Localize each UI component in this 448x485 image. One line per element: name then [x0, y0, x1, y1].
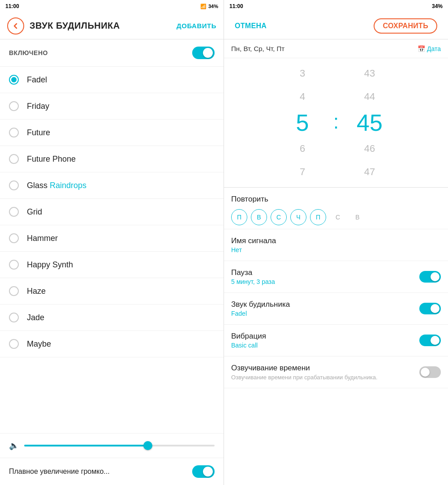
- volume-icon: 🔈: [9, 441, 19, 451]
- ringtone-name-hammer: Hammer: [27, 234, 58, 243]
- hour-4: 4: [276, 91, 329, 103]
- enabled-toggle[interactable]: [192, 47, 215, 59]
- volume-slider-track[interactable]: [24, 445, 215, 446]
- day-thu[interactable]: Ч: [290, 209, 306, 225]
- left-time: 11:00: [5, 3, 200, 9]
- ringtone-name-future-phone: Future Phone: [27, 155, 76, 164]
- left-status-icons: 📶 34%: [200, 4, 218, 9]
- ringtone-item-maybe[interactable]: Maybe: [0, 331, 224, 357]
- radio-glass-raindrops[interactable]: [9, 180, 19, 190]
- left-status-bar: 11:00 📶 34%: [0, 0, 224, 13]
- volume-slider-fill: [24, 445, 148, 446]
- right-status-bar: 11:00 34%: [224, 0, 448, 13]
- radio-haze[interactable]: [9, 286, 19, 296]
- day-sat[interactable]: С: [330, 209, 346, 225]
- radio-jade[interactable]: [9, 313, 19, 322]
- day-fri[interactable]: П: [310, 209, 326, 225]
- ringtone-item-friday[interactable]: Friday: [0, 93, 224, 120]
- minute-selected: 45: [343, 109, 396, 136]
- radio-grid[interactable]: [9, 207, 19, 217]
- save-button[interactable]: СОХРАНИТЬ: [374, 18, 437, 34]
- time-row-selected: 5 : 45: [224, 108, 448, 137]
- minute-value: 45: [357, 110, 383, 136]
- ringtone-name-glass-raindrops: Glass Raindrops: [27, 181, 86, 190]
- right-battery: 34%: [432, 3, 443, 9]
- repeat-title: Повторить: [231, 195, 441, 204]
- calendar-icon: 📅: [418, 45, 425, 52]
- day-tue[interactable]: В: [251, 209, 267, 225]
- repeat-section: Повторить П В С Ч П С В: [224, 188, 448, 229]
- radio-future-phone[interactable]: [9, 154, 19, 164]
- ringtone-item-hammer[interactable]: Hammer: [0, 225, 224, 252]
- min-43: 43: [343, 68, 396, 79]
- ringtone-name-happy-synth: Happy Synth: [27, 260, 73, 270]
- pause-row: Пауза 5 минут, 3 раза: [224, 261, 448, 293]
- alarm-sound-row: Звук будильника Fadel: [224, 293, 448, 325]
- day-mon[interactable]: П: [231, 209, 247, 225]
- volume-row: 🔈: [0, 433, 224, 458]
- time-row-4-44: 4 44: [224, 85, 448, 108]
- ringtone-name-maybe: Maybe: [27, 339, 51, 349]
- vibration-title: Вибрация: [231, 332, 419, 341]
- voice-time-title: Озвучивание времени: [231, 364, 419, 373]
- ringtone-item-fadel[interactable]: Fadel: [0, 67, 224, 93]
- ringtone-name-future: Future: [27, 128, 50, 137]
- voice-time-subtitle: Озвучивание времени при срабатывании буд…: [231, 374, 419, 381]
- pause-title: Пауза: [231, 268, 419, 277]
- smooth-toggle[interactable]: [192, 465, 215, 478]
- chevron-left-icon: [12, 22, 19, 30]
- vibration-info: Вибрация Basic call: [231, 332, 419, 349]
- alarm-sound-title: Звук будильника: [231, 300, 419, 309]
- voice-time-toggle[interactable]: [419, 366, 441, 378]
- min-47: 47: [343, 166, 396, 178]
- hour-value: 5: [296, 110, 309, 136]
- radio-future[interactable]: [9, 128, 19, 137]
- ringtone-item-haze[interactable]: Haze: [0, 278, 224, 305]
- time-row-3-43: 3 43: [224, 62, 448, 85]
- ringtone-item-happy-synth[interactable]: Happy Synth: [0, 252, 224, 278]
- signal-name-row[interactable]: Имя сигнала Нет: [224, 229, 448, 261]
- alarm-sound-toggle[interactable]: [419, 303, 441, 314]
- ringtone-item-future-phone[interactable]: Future Phone: [0, 146, 224, 172]
- smooth-row: Плавное увеличение громко...: [0, 458, 224, 485]
- date-button[interactable]: 📅 Дата: [418, 45, 441, 52]
- pause-value: 5 минут, 3 раза: [231, 278, 419, 285]
- highlight-raindrops: Raindrops: [50, 181, 86, 190]
- radio-hammer[interactable]: [9, 233, 19, 243]
- alarm-sound-row-flex: Звук будильника Fadel: [231, 300, 441, 317]
- radio-friday[interactable]: [9, 101, 19, 111]
- pause-toggle[interactable]: [419, 271, 441, 283]
- hour-6: 6: [276, 143, 329, 155]
- ringtone-item-jade[interactable]: Jade: [0, 305, 224, 331]
- day-sun[interactable]: В: [349, 209, 366, 225]
- vibration-row: Вибрация Basic call: [224, 325, 448, 356]
- radio-fadel[interactable]: [9, 75, 19, 85]
- vibration-toggle[interactable]: [419, 335, 441, 346]
- hour-7: 7: [276, 166, 329, 178]
- day-wed[interactable]: С: [271, 209, 287, 225]
- enabled-row: ВКЛЮЧЕНО: [0, 39, 224, 67]
- right-header: ОТМЕНА СОХРАНИТЬ: [224, 13, 448, 39]
- add-button[interactable]: ДОБАВИТЬ: [177, 22, 216, 30]
- radio-maybe[interactable]: [9, 339, 19, 349]
- time-picker[interactable]: 3 43 4 44 5 : 45 6 46 7 47: [224, 58, 448, 188]
- radio-happy-synth[interactable]: [9, 260, 19, 270]
- vibration-value: Basic call: [231, 342, 419, 349]
- ringtone-item-grid[interactable]: Grid: [0, 199, 224, 225]
- ringtone-item-glass-raindrops[interactable]: Glass Raindrops: [0, 172, 224, 199]
- signal-name-title: Имя сигнала: [231, 236, 441, 245]
- ringtone-name-grid: Grid: [27, 207, 42, 217]
- volume-slider-thumb[interactable]: [143, 441, 152, 450]
- cancel-button[interactable]: ОТМЕНА: [235, 22, 267, 30]
- right-time: 11:00: [229, 3, 243, 9]
- ringtone-item-future[interactable]: Future: [0, 120, 224, 146]
- left-header: ЗВУК БУДИЛЬНИКА ДОБАВИТЬ: [0, 13, 224, 39]
- right-panel: 11:00 34% ОТМЕНА СОХРАНИТЬ Пн, Вт, Ср, Ч…: [224, 0, 448, 485]
- day-circles: П В С Ч П С В: [231, 209, 441, 225]
- wifi-icon: 📶: [200, 4, 207, 9]
- ringtone-name-haze: Haze: [27, 287, 46, 296]
- smooth-label: Плавное увеличение громко...: [9, 468, 192, 476]
- hour-3: 3: [276, 68, 329, 79]
- back-button[interactable]: [7, 17, 24, 34]
- hour-selected: 5: [276, 109, 329, 136]
